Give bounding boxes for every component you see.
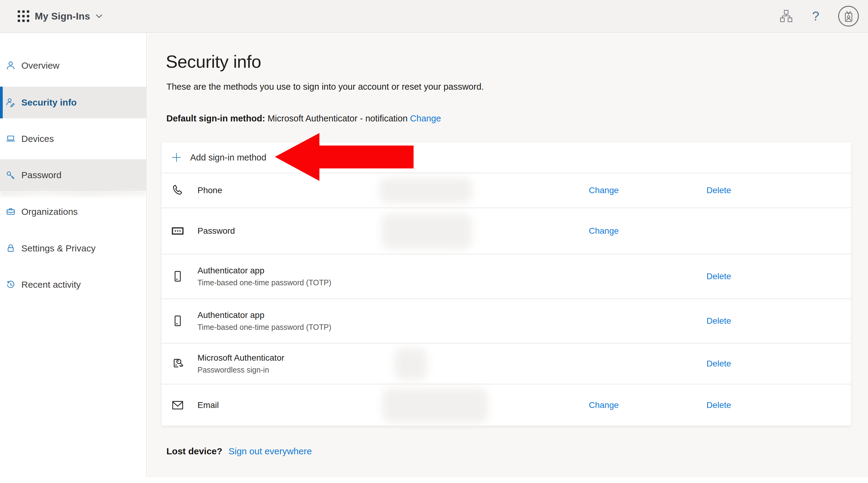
sidebar-item-label: Settings & Privacy — [21, 243, 95, 254]
sidebar-item-label: Organizations — [21, 206, 78, 217]
sidebar-item-security-info[interactable]: Security info — [0, 87, 146, 118]
delete-link[interactable]: Delete — [707, 359, 731, 369]
method-title: Authenticator app — [197, 310, 331, 320]
method-subtitle: Time-based one-time password (TOTP) — [197, 278, 331, 287]
method-row: Phone ChangeDelete — [161, 172, 851, 207]
redaction-blur — [0, 189, 146, 197]
method-title: Email — [197, 400, 219, 410]
redacted-value — [395, 348, 427, 380]
method-row: Authenticator app Time-based one-time pa… — [161, 298, 851, 343]
key-icon — [5, 170, 16, 180]
lost-device-line: Lost device? Sign out everywhere — [166, 446, 312, 456]
sidebar-item-password[interactable]: Password — [0, 159, 146, 191]
password-icon — [171, 224, 185, 238]
sign-out-everywhere-link[interactable]: Sign out everywhere — [228, 446, 312, 456]
mobile-app-icon — [171, 314, 185, 328]
waffle-icon — [18, 10, 29, 22]
default-method-change-link[interactable]: Change — [410, 114, 441, 123]
method-title: Phone — [197, 186, 222, 195]
sidebar-item-label: Security info — [21, 97, 77, 108]
method-title: Authenticator app — [197, 266, 331, 276]
sidebar-item-settings-privacy[interactable]: Settings & Privacy — [0, 232, 146, 264]
default-method-value: Microsoft Authenticator - notification — [268, 114, 407, 123]
delete-link[interactable]: Delete — [707, 272, 731, 281]
add-sign-in-method-label: Add sign-in method — [190, 152, 267, 163]
help-button[interactable]: ? — [812, 10, 819, 23]
redacted-value — [379, 178, 472, 203]
app-launcher-button[interactable] — [0, 0, 29, 32]
redacted-value — [382, 389, 488, 423]
main-content: Security info These are the methods you … — [148, 34, 868, 477]
laptop-icon — [5, 134, 16, 144]
sidebar-item-label: Recent activity — [21, 280, 81, 290]
default-method-line: Default sign-in method: Microsoft Authen… — [166, 114, 441, 123]
sign-in-methods-card: Add sign-in method Phone ChangeDelete Pa… — [161, 142, 851, 426]
method-subtitle: Passwordless sign-in — [197, 366, 284, 374]
my-signins-page: My Sign-Ins ? — [0, 0, 868, 483]
lock-icon — [5, 243, 16, 254]
method-list: Phone ChangeDelete Password Change Authe… — [161, 172, 851, 426]
person-icon — [5, 60, 16, 71]
help-icon: ? — [812, 10, 819, 23]
redacted-value — [381, 214, 471, 249]
delete-link[interactable]: Delete — [707, 400, 731, 410]
id-badge-icon — [841, 8, 857, 24]
person-edit-icon — [5, 97, 16, 108]
history-icon — [5, 280, 16, 290]
sidebar-item-devices[interactable]: Devices — [0, 123, 146, 155]
briefcase-icon — [5, 206, 16, 217]
method-row: Email ChangeDelete — [161, 383, 851, 426]
org-chart-icon — [779, 9, 793, 23]
chevron-down-icon — [95, 12, 104, 21]
delete-link[interactable]: Delete — [707, 186, 731, 195]
delete-link[interactable]: Delete — [707, 316, 731, 326]
sidebar-item-recent-activity[interactable]: Recent activity — [0, 269, 146, 301]
sidebar-item-organizations[interactable]: Organizations — [0, 196, 146, 228]
method-row: Microsoft Authenticator Passwordless sig… — [161, 343, 851, 383]
sidebar-item-label: Password — [21, 170, 62, 180]
ms-authenticator-icon — [171, 357, 185, 371]
plus-icon — [171, 152, 182, 163]
email-icon — [171, 398, 185, 412]
add-sign-in-method-button[interactable]: Add sign-in method — [161, 142, 851, 172]
account-avatar-button[interactable] — [838, 6, 859, 27]
app-title: My Sign-Ins — [35, 11, 90, 22]
change-link[interactable]: Change — [589, 400, 619, 410]
method-subtitle: Time-based one-time password (TOTP) — [197, 323, 331, 332]
sidebar-item-label: Devices — [21, 134, 54, 144]
sidebar-item-overview[interactable]: Overview — [0, 50, 146, 82]
method-title: Microsoft Authenticator — [197, 353, 284, 363]
sidebar: Overview Security info Devices Password … — [0, 34, 147, 477]
lost-device-label: Lost device? — [166, 446, 222, 456]
change-link[interactable]: Change — [589, 226, 619, 236]
topbar: My Sign-Ins ? — [0, 0, 868, 33]
change-link[interactable]: Change — [589, 186, 619, 195]
page-description: These are the methods you use to sign in… — [166, 82, 484, 92]
topbar-actions: ? — [779, 6, 868, 27]
method-row: Authenticator app Time-based one-time pa… — [161, 254, 851, 298]
method-title: Password — [197, 226, 235, 236]
page-title: Security info — [166, 51, 261, 72]
sidebar-item-label: Overview — [21, 60, 59, 71]
org-switcher-button[interactable] — [779, 9, 793, 23]
default-method-label: Default sign-in method: — [166, 114, 265, 123]
mobile-app-icon — [171, 269, 185, 283]
method-row: Password Change — [161, 207, 851, 254]
phone-icon — [171, 183, 185, 197]
app-title-menu[interactable]: My Sign-Ins — [35, 11, 104, 22]
